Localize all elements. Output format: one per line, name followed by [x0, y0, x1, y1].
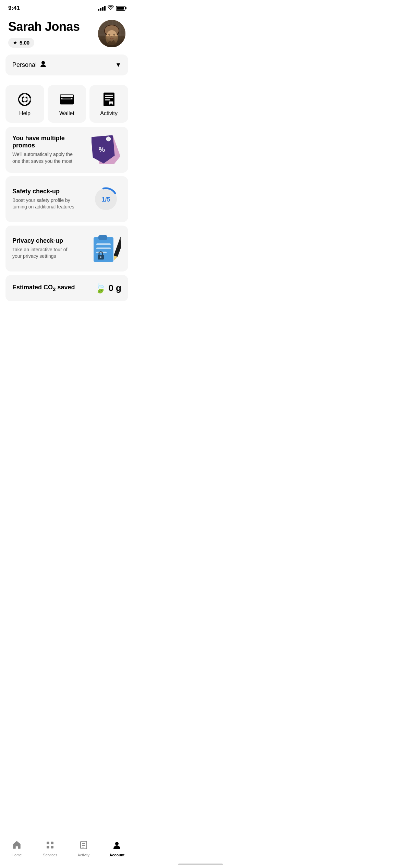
svg-point-13 [22, 97, 27, 102]
svg-rect-22 [105, 97, 113, 98]
svg-point-7 [111, 36, 112, 37]
status-time: 9:41 [8, 5, 20, 12]
star-icon: ★ [13, 40, 17, 45]
user-name: Sarah Jonas [8, 20, 80, 34]
svg-rect-34 [96, 248, 111, 249]
status-bar: 9:41 [0, 0, 134, 14]
svg-point-4 [107, 30, 117, 41]
co2-amount: 0 g [108, 283, 121, 293]
safety-card[interactable]: Safety check-up Boost your safety profil… [5, 176, 128, 222]
avatar[interactable] [98, 20, 125, 47]
safety-subtitle: Boost your safety profile by turning on … [12, 197, 78, 210]
safety-title: Safety check-up [12, 188, 78, 195]
svg-rect-1 [98, 20, 125, 47]
rating-value: 5.00 [20, 40, 29, 46]
privacy-subtitle: Take an interactive tour of your privacy… [12, 246, 78, 260]
co2-title: Estimated CO2 saved [12, 284, 78, 292]
promos-title: You have multiple promos [12, 135, 78, 149]
svg-point-11 [41, 61, 45, 64]
svg-text:%: % [98, 145, 105, 153]
promos-visual: % [90, 134, 121, 165]
activity-icon [102, 93, 116, 106]
quick-actions: Help Wallet [0, 80, 134, 125]
svg-point-37 [100, 256, 101, 258]
svg-text:1/5: 1/5 [101, 196, 110, 203]
personal-selector[interactable]: Personal ▼ [5, 55, 128, 75]
svg-rect-19 [62, 98, 71, 99]
help-button[interactable]: Help [5, 85, 44, 123]
wallet-button[interactable]: Wallet [48, 85, 86, 123]
wallet-label: Wallet [59, 110, 74, 117]
co2-card-text: Estimated CO2 saved [12, 284, 78, 292]
help-label: Help [19, 110, 31, 117]
svg-rect-32 [98, 235, 107, 240]
person-icon [40, 61, 46, 69]
privacy-visual [90, 233, 121, 264]
leaf-icon: 🍃 [94, 282, 106, 294]
co2-value: 🍃 0 g [94, 282, 121, 294]
promos-subtitle: We'll automatically apply the one that s… [12, 151, 78, 165]
personal-selector-left: Personal [12, 61, 46, 69]
signal-icon [98, 6, 106, 11]
promos-card-text: You have multiple promos We'll automatic… [12, 135, 78, 165]
privacy-card[interactable]: Privacy check-up Take an interactive tou… [5, 226, 128, 272]
promos-card[interactable]: You have multiple promos We'll automatic… [5, 127, 128, 173]
wallet-icon [60, 93, 74, 106]
safety-card-text: Safety check-up Boost your safety profil… [12, 188, 78, 210]
svg-rect-18 [61, 95, 73, 97]
activity-button[interactable]: Activity [89, 85, 128, 123]
svg-point-5 [108, 34, 110, 36]
rating-badge: ★ 5.00 [8, 38, 34, 48]
battery-icon [116, 6, 125, 11]
svg-rect-21 [105, 95, 113, 96]
info-cards: You have multiple promos We'll automatic… [0, 125, 134, 303]
svg-rect-23 [105, 99, 110, 100]
safety-visual: 1/5 [90, 184, 121, 215]
co2-card[interactable]: Estimated CO2 saved 🍃 0 g [5, 275, 128, 301]
svg-point-6 [113, 34, 115, 36]
header-left: Sarah Jonas ★ 5.00 [8, 20, 80, 48]
help-icon [18, 93, 32, 106]
svg-point-2 [106, 30, 118, 45]
activity-label: Activity [100, 110, 118, 117]
wifi-icon [108, 5, 114, 11]
chevron-down-icon: ▼ [115, 61, 121, 69]
privacy-title: Privacy check-up [12, 237, 78, 244]
svg-rect-33 [96, 243, 111, 245]
privacy-card-text: Privacy check-up Take an interactive tou… [12, 237, 78, 260]
status-icons [98, 5, 125, 11]
personal-label: Personal [12, 61, 37, 69]
header: Sarah Jonas ★ 5.00 [0, 14, 134, 50]
